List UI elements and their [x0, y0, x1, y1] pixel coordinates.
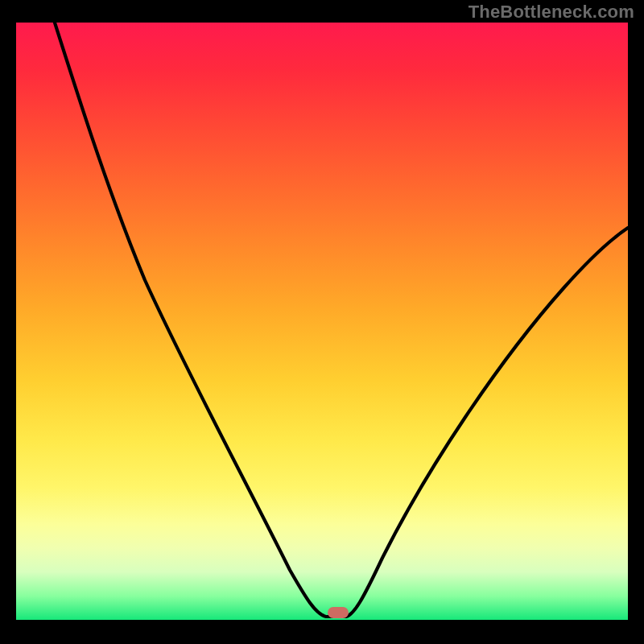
- chart-frame: TheBottleneck.com: [0, 0, 644, 644]
- minimum-marker: [328, 607, 349, 618]
- bottleneck-curve: [16, 23, 628, 620]
- curve-path: [24, 23, 628, 617]
- plot-area: [16, 23, 628, 620]
- watermark-text: TheBottleneck.com: [469, 2, 634, 23]
